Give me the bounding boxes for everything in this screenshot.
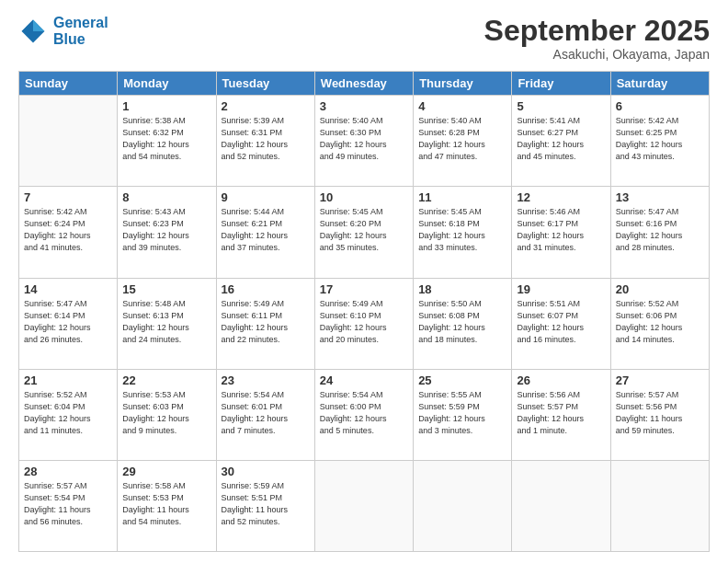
day-info: Sunrise: 5:45 AM Sunset: 6:18 PM Dayligh…: [418, 206, 506, 254]
day-number: 12: [517, 190, 605, 204]
calendar-cell: 26Sunrise: 5:56 AM Sunset: 5:57 PM Dayli…: [512, 369, 610, 460]
day-info: Sunrise: 5:54 AM Sunset: 6:00 PM Dayligh…: [320, 389, 408, 437]
calendar-cell: 10Sunrise: 5:45 AM Sunset: 6:20 PM Dayli…: [314, 187, 413, 278]
logo-icon: [18, 17, 48, 46]
title-section: September 2025 Asakuchi, Okayama, Japan: [484, 15, 710, 62]
calendar-cell: 7Sunrise: 5:42 AM Sunset: 6:24 PM Daylig…: [19, 187, 118, 278]
day-number: 10: [320, 190, 408, 204]
logo-text: General Blue: [53, 15, 108, 47]
day-number: 6: [616, 99, 704, 113]
day-number: 17: [320, 282, 408, 296]
day-number: 30: [222, 465, 310, 478]
day-info: Sunrise: 5:47 AM Sunset: 6:16 PM Dayligh…: [616, 206, 704, 254]
day-number: 29: [122, 465, 210, 478]
calendar-cell: 20Sunrise: 5:52 AM Sunset: 6:06 PM Dayli…: [610, 278, 709, 369]
day-info: Sunrise: 5:57 AM Sunset: 5:54 PM Dayligh…: [24, 480, 112, 528]
day-number: 27: [616, 373, 704, 387]
calendar-cell: [19, 96, 118, 187]
day-info: Sunrise: 5:43 AM Sunset: 6:23 PM Dayligh…: [122, 206, 210, 254]
day-number: 13: [616, 190, 704, 204]
calendar-row-0: 1Sunrise: 5:38 AM Sunset: 6:32 PM Daylig…: [19, 96, 710, 187]
day-number: 23: [222, 373, 310, 387]
calendar-row-2: 14Sunrise: 5:47 AM Sunset: 6:14 PM Dayli…: [19, 278, 710, 369]
day-info: Sunrise: 5:57 AM Sunset: 5:56 PM Dayligh…: [616, 389, 704, 437]
day-info: Sunrise: 5:40 AM Sunset: 6:28 PM Dayligh…: [418, 115, 506, 163]
day-info: Sunrise: 5:40 AM Sunset: 6:30 PM Dayligh…: [320, 115, 408, 163]
calendar-cell: 30Sunrise: 5:59 AM Sunset: 5:51 PM Dayli…: [216, 460, 314, 551]
calendar-cell: 17Sunrise: 5:49 AM Sunset: 6:10 PM Dayli…: [314, 278, 413, 369]
day-info: Sunrise: 5:55 AM Sunset: 5:59 PM Dayligh…: [418, 389, 506, 437]
calendar-cell: 18Sunrise: 5:50 AM Sunset: 6:08 PM Dayli…: [414, 278, 512, 369]
day-number: 21: [24, 373, 112, 387]
calendar-cell: 21Sunrise: 5:52 AM Sunset: 6:04 PM Dayli…: [19, 369, 118, 460]
day-number: 28: [24, 465, 112, 478]
day-info: Sunrise: 5:56 AM Sunset: 5:57 PM Dayligh…: [517, 389, 605, 437]
day-info: Sunrise: 5:58 AM Sunset: 5:53 PM Dayligh…: [122, 480, 210, 528]
calendar-cell: 11Sunrise: 5:45 AM Sunset: 6:18 PM Dayli…: [414, 187, 512, 278]
calendar-cell: 1Sunrise: 5:38 AM Sunset: 6:32 PM Daylig…: [118, 96, 216, 187]
calendar-cell: 9Sunrise: 5:44 AM Sunset: 6:21 PM Daylig…: [216, 187, 314, 278]
day-info: Sunrise: 5:48 AM Sunset: 6:13 PM Dayligh…: [122, 298, 210, 346]
col-monday: Monday: [118, 72, 216, 96]
calendar-cell: 6Sunrise: 5:42 AM Sunset: 6:25 PM Daylig…: [610, 96, 709, 187]
day-info: Sunrise: 5:54 AM Sunset: 6:01 PM Dayligh…: [222, 389, 310, 437]
location-subtitle: Asakuchi, Okayama, Japan: [484, 47, 710, 62]
day-info: Sunrise: 5:46 AM Sunset: 6:17 PM Dayligh…: [517, 206, 605, 254]
day-number: 11: [418, 190, 506, 204]
calendar-cell: 24Sunrise: 5:54 AM Sunset: 6:00 PM Dayli…: [314, 369, 413, 460]
logo: General Blue: [18, 15, 108, 47]
calendar-cell: 15Sunrise: 5:48 AM Sunset: 6:13 PM Dayli…: [118, 278, 216, 369]
page: General Blue September 2025 Asakuchi, Ok…: [0, 0, 728, 563]
day-number: 1: [122, 99, 210, 113]
calendar-cell: 28Sunrise: 5:57 AM Sunset: 5:54 PM Dayli…: [19, 460, 118, 551]
col-tuesday: Tuesday: [216, 72, 314, 96]
calendar-cell: 19Sunrise: 5:51 AM Sunset: 6:07 PM Dayli…: [512, 278, 610, 369]
calendar-cell: 12Sunrise: 5:46 AM Sunset: 6:17 PM Dayli…: [512, 187, 610, 278]
col-thursday: Thursday: [414, 72, 512, 96]
day-number: 3: [320, 99, 408, 113]
day-number: 15: [122, 282, 210, 296]
day-number: 25: [418, 373, 506, 387]
col-saturday: Saturday: [610, 72, 709, 96]
weekday-header-row: Sunday Monday Tuesday Wednesday Thursday…: [19, 72, 710, 96]
day-number: 5: [517, 99, 605, 113]
day-number: 22: [122, 373, 210, 387]
day-info: Sunrise: 5:53 AM Sunset: 6:03 PM Dayligh…: [122, 389, 210, 437]
calendar-row-4: 28Sunrise: 5:57 AM Sunset: 5:54 PM Dayli…: [19, 460, 710, 551]
calendar-cell: 16Sunrise: 5:49 AM Sunset: 6:11 PM Dayli…: [216, 278, 314, 369]
col-wednesday: Wednesday: [314, 72, 413, 96]
day-info: Sunrise: 5:42 AM Sunset: 6:24 PM Dayligh…: [24, 206, 112, 254]
calendar-cell: 3Sunrise: 5:40 AM Sunset: 6:30 PM Daylig…: [314, 96, 413, 187]
day-info: Sunrise: 5:42 AM Sunset: 6:25 PM Dayligh…: [616, 115, 704, 163]
day-info: Sunrise: 5:47 AM Sunset: 6:14 PM Dayligh…: [24, 298, 112, 346]
day-number: 4: [418, 99, 506, 113]
calendar-cell: 4Sunrise: 5:40 AM Sunset: 6:28 PM Daylig…: [414, 96, 512, 187]
calendar-cell: 8Sunrise: 5:43 AM Sunset: 6:23 PM Daylig…: [118, 187, 216, 278]
calendar-cell: 23Sunrise: 5:54 AM Sunset: 6:01 PM Dayli…: [216, 369, 314, 460]
day-info: Sunrise: 5:38 AM Sunset: 6:32 PM Dayligh…: [122, 115, 210, 163]
calendar-cell: 27Sunrise: 5:57 AM Sunset: 5:56 PM Dayli…: [610, 369, 709, 460]
col-sunday: Sunday: [19, 72, 118, 96]
col-friday: Friday: [512, 72, 610, 96]
day-number: 19: [517, 282, 605, 296]
calendar-row-3: 21Sunrise: 5:52 AM Sunset: 6:04 PM Dayli…: [19, 369, 710, 460]
day-number: 26: [517, 373, 605, 387]
day-number: 16: [222, 282, 310, 296]
day-number: 8: [122, 190, 210, 204]
day-number: 9: [222, 190, 310, 204]
svg-marker-2: [22, 19, 33, 30]
day-info: Sunrise: 5:51 AM Sunset: 6:07 PM Dayligh…: [517, 298, 605, 346]
calendar-table: Sunday Monday Tuesday Wednesday Thursday…: [18, 71, 710, 552]
calendar-cell: 2Sunrise: 5:39 AM Sunset: 6:31 PM Daylig…: [216, 96, 314, 187]
day-number: 24: [320, 373, 408, 387]
calendar-cell: [512, 460, 610, 551]
calendar-cell: 25Sunrise: 5:55 AM Sunset: 5:59 PM Dayli…: [414, 369, 512, 460]
day-number: 14: [24, 282, 112, 296]
day-number: 18: [418, 282, 506, 296]
calendar-cell: 14Sunrise: 5:47 AM Sunset: 6:14 PM Dayli…: [19, 278, 118, 369]
calendar-cell: 29Sunrise: 5:58 AM Sunset: 5:53 PM Dayli…: [118, 460, 216, 551]
calendar-cell: [610, 460, 709, 551]
day-info: Sunrise: 5:39 AM Sunset: 6:31 PM Dayligh…: [222, 115, 310, 163]
day-info: Sunrise: 5:59 AM Sunset: 5:51 PM Dayligh…: [222, 480, 310, 528]
header: General Blue September 2025 Asakuchi, Ok…: [18, 15, 710, 62]
